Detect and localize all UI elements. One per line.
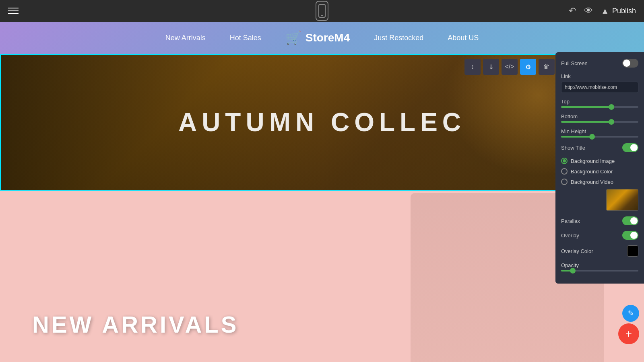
- publish-button[interactable]: ▲ Publish: [601, 6, 636, 16]
- bg-thumbnail[interactable]: [606, 189, 638, 211]
- link-input[interactable]: [561, 82, 638, 93]
- link-label: Link: [561, 73, 638, 79]
- show-title-toggle[interactable]: [622, 143, 638, 152]
- overlay-color-row: Overlay Color: [561, 245, 638, 257]
- nav-link-hot-sales[interactable]: Hot Sales: [230, 34, 261, 42]
- top-thumb[interactable]: [609, 104, 614, 110]
- settings-panel: Full Screen Link Top Bottom Min Height: [555, 52, 644, 284]
- bg-video-label: Background Video: [571, 179, 613, 185]
- overlay-row: Overlay: [561, 231, 638, 240]
- nav-link-about-us[interactable]: About US: [448, 34, 479, 42]
- show-title-label: Show Title: [561, 145, 585, 151]
- bottom-fill: [561, 121, 611, 123]
- overlay-slider: [622, 231, 638, 240]
- nav-link-new-arrivals[interactable]: New Arrivals: [165, 34, 206, 42]
- parallax-toggle[interactable]: [622, 216, 638, 225]
- download-icon[interactable]: ⇓: [483, 59, 499, 75]
- min-height-label: Min Height: [561, 128, 638, 134]
- thumbnail-row: [561, 189, 638, 211]
- overlay-color-label: Overlay Color: [561, 248, 593, 254]
- hamburger-menu[interactable]: [8, 8, 19, 14]
- parallax-slider: [622, 216, 638, 225]
- new-arrivals-section: NEW ARRIVALS: [0, 191, 644, 362]
- parallax-row: Parallax: [561, 216, 638, 225]
- delete-icon[interactable]: 🗑: [539, 59, 555, 75]
- settings-icon[interactable]: ⚙: [520, 59, 536, 75]
- plus-icon: +: [625, 327, 632, 340]
- bottom-label: Bottom: [561, 113, 638, 119]
- full-screen-slider: [622, 59, 638, 68]
- nav-logo: 🛒 StoreM4: [285, 30, 350, 45]
- bg-color-radio[interactable]: [561, 168, 568, 175]
- add-button[interactable]: +: [618, 323, 639, 344]
- code-icon[interactable]: </>: [502, 59, 518, 75]
- preview-icon[interactable]: 👁: [584, 6, 593, 16]
- hero-section-toolbar: ↕ ⇓ </> ⚙ 🗑: [464, 59, 555, 75]
- upload-icon: ▲: [601, 6, 609, 16]
- pencil-icon: ✎: [628, 309, 634, 318]
- overlay-label: Overlay: [561, 232, 579, 239]
- min-height-track: [561, 136, 638, 138]
- hero-section: AUTUMN COLLEC ↕ ⇓ </> ⚙ 🗑: [0, 54, 644, 191]
- reorder-icon[interactable]: ↕: [464, 59, 481, 75]
- bg-video-row[interactable]: Background Video: [561, 179, 638, 185]
- min-height-thumb[interactable]: [589, 134, 595, 140]
- bg-image-radio[interactable]: [561, 158, 568, 164]
- bottom-track: [561, 121, 638, 123]
- overlay-color-swatch[interactable]: [627, 245, 638, 257]
- bottom-thumb[interactable]: [609, 119, 614, 125]
- full-screen-toggle[interactable]: [622, 59, 638, 68]
- top-fill: [561, 106, 611, 108]
- min-height-slider-row: Min Height: [561, 128, 638, 138]
- bottom-slider-row: Bottom: [561, 113, 638, 123]
- top-track: [561, 106, 638, 108]
- toolbar-center: [316, 1, 328, 21]
- full-screen-row: Full Screen: [561, 59, 638, 68]
- top-label: Top: [561, 99, 638, 105]
- bg-video-radio[interactable]: [561, 179, 568, 185]
- undo-icon[interactable]: ↶: [569, 6, 576, 16]
- opacity-label: Opacity: [561, 262, 638, 268]
- top-toolbar: ↶ 👁 ▲ Publish: [0, 0, 644, 22]
- cart-icon: 🛒: [285, 30, 301, 45]
- phone-inner: [318, 4, 326, 18]
- new-arrivals-title: NEW ARRIVALS: [32, 311, 239, 338]
- top-slider-row: Top: [561, 99, 638, 108]
- bg-color-label: Background Color: [571, 169, 613, 175]
- link-row: Link: [561, 73, 638, 99]
- edit-button[interactable]: ✎: [622, 305, 639, 322]
- opacity-track: [561, 270, 638, 272]
- parallax-label: Parallax: [561, 218, 580, 224]
- min-height-fill: [561, 136, 592, 138]
- show-title-row: Show Title: [561, 143, 638, 152]
- nav-bar: New Arrivals Hot Sales 🛒 StoreM4 Just Re…: [0, 22, 644, 54]
- bg-image-label: Background Image: [571, 158, 615, 164]
- opacity-slider-row: Opacity: [561, 262, 638, 272]
- show-title-slider: [622, 143, 638, 152]
- toolbar-left: [8, 8, 19, 14]
- overlay-toggle[interactable]: [622, 231, 638, 240]
- mobile-preview-icon[interactable]: [316, 1, 328, 21]
- opacity-thumb[interactable]: [570, 268, 576, 274]
- full-screen-label: Full Screen: [561, 60, 588, 66]
- logo-name: StoreM4: [305, 31, 350, 44]
- hero-title: AUTUMN COLLEC: [178, 107, 466, 137]
- toolbar-right: ↶ 👁 ▲ Publish: [569, 6, 636, 16]
- publish-label: Publish: [612, 7, 636, 15]
- bg-color-row[interactable]: Background Color: [561, 168, 638, 175]
- nav-link-just-restocked[interactable]: Just Restocked: [374, 34, 423, 42]
- bg-image-row[interactable]: Background Image: [561, 158, 638, 164]
